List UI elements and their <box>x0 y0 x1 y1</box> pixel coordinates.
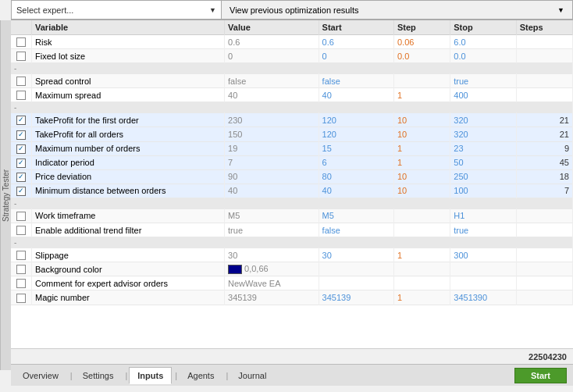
view-results-button[interactable]: View previous optimization results ▼ <box>222 0 573 20</box>
row-checkbox[interactable] <box>16 173 26 182</box>
variable-name: Price deviation <box>32 169 225 184</box>
checkbox-cell[interactable] <box>11 49 32 63</box>
variable-name: TakeProfit for the first order <box>32 113 225 127</box>
checkbox-cell[interactable] <box>11 184 32 198</box>
steps-cell: 45 <box>516 155 572 169</box>
value-cell: 7 <box>225 155 319 169</box>
row-checkbox[interactable] <box>16 279 26 288</box>
checkbox-cell[interactable] <box>11 113 32 127</box>
table-row: - <box>11 237 573 248</box>
start-cell: 345139 <box>319 290 393 305</box>
checkbox-cell[interactable] <box>11 262 32 276</box>
table-row: - <box>11 198 573 208</box>
row-checkbox[interactable] <box>16 77 26 86</box>
steps-cell: 7 <box>516 184 572 198</box>
row-checkbox[interactable] <box>16 294 26 303</box>
steps-cell: 21 <box>516 127 572 141</box>
value-cell: NewWave EA <box>225 276 319 290</box>
step-cell: 1 <box>393 155 450 169</box>
tab-separator: | <box>226 371 228 380</box>
value-cell: false <box>225 74 319 88</box>
checkbox-cell[interactable] <box>11 141 32 155</box>
stop-cell: true <box>450 223 516 237</box>
row-checkbox[interactable] <box>16 37 26 47</box>
checkbox-cell[interactable] <box>11 276 32 290</box>
steps-cell <box>516 88 572 102</box>
checkbox-cell[interactable] <box>11 248 32 262</box>
tab-inputs[interactable]: Inputs <box>129 367 172 384</box>
row-checkbox[interactable] <box>16 187 26 196</box>
steps-cell: 18 <box>516 169 572 184</box>
stop-cell: 250 <box>450 169 516 184</box>
variable-name: Comment for expert advisor orders <box>32 276 225 290</box>
tab-agents[interactable]: Agents <box>179 367 222 384</box>
step-cell: 10 <box>393 184 450 198</box>
tab-journal[interactable]: Journal <box>230 367 275 384</box>
row-checkbox[interactable] <box>16 52 26 61</box>
row-checkbox[interactable] <box>16 212 26 221</box>
total-row: 22504230 <box>11 348 573 364</box>
row-checkbox[interactable] <box>16 91 26 100</box>
tab-separator: | <box>125 371 127 380</box>
variable-name: Minimum distance between orders <box>32 184 225 198</box>
expert-select-label: Select expert... <box>16 5 73 15</box>
expert-select[interactable]: Select expert... ▼ <box>11 0 222 20</box>
value-cell: 230 <box>225 113 319 127</box>
step-cell: 0.06 <box>393 35 450 49</box>
variable-name: Risk <box>32 35 225 49</box>
separator-cell: - <box>11 237 573 248</box>
steps-cell <box>516 248 572 262</box>
value-cell: 90 <box>225 169 319 184</box>
checkbox-cell[interactable] <box>11 88 32 102</box>
header-checkbox <box>11 20 32 35</box>
table-row: Risk 0.6 0.6 0.06 6.0 <box>11 35 573 49</box>
value-cell: 0 <box>225 49 319 63</box>
checkbox-cell[interactable] <box>11 127 32 141</box>
variable-name: Maximum number of orders <box>32 141 225 155</box>
tab-overview[interactable]: Overview <box>14 367 67 384</box>
start-button[interactable]: Start <box>514 368 567 383</box>
variable-name: Slippage <box>32 248 225 262</box>
start-cell: 40 <box>319 88 393 102</box>
steps-cell <box>516 223 572 237</box>
row-checkbox[interactable] <box>16 251 26 260</box>
tab-bar: Overview|Settings|Inputs|Agents|Journal … <box>11 364 573 386</box>
checkbox-cell[interactable] <box>11 35 32 49</box>
value-cell: M5 <box>225 208 319 223</box>
step-cell: 1 <box>393 141 450 155</box>
start-cell: 6 <box>319 155 393 169</box>
row-checkbox[interactable] <box>16 144 26 154</box>
tab-settings[interactable]: Settings <box>74 367 123 384</box>
row-checkbox[interactable] <box>16 116 26 125</box>
variable-name: TakeProfit for all orders <box>32 127 225 141</box>
variable-name: Indicator period <box>32 155 225 169</box>
row-checkbox[interactable] <box>16 130 26 140</box>
steps-cell <box>516 35 572 49</box>
checkbox-cell[interactable] <box>11 155 32 169</box>
parameters-table-container: Variable Value Start Step Stop Steps Ris… <box>11 20 573 348</box>
steps-cell <box>516 208 572 223</box>
checkbox-cell[interactable] <box>11 223 32 237</box>
step-cell <box>393 262 450 276</box>
row-checkbox[interactable] <box>16 159 26 168</box>
stop-cell <box>450 276 516 290</box>
row-checkbox[interactable] <box>16 226 26 235</box>
step-cell <box>393 74 450 88</box>
table-row: Slippage 30 30 1 300 <box>11 248 573 262</box>
checkbox-cell[interactable] <box>11 208 32 223</box>
separator-cell: - <box>11 198 573 208</box>
step-cell: 0.0 <box>393 49 450 63</box>
steps-cell <box>516 49 572 63</box>
table-row: Minimum distance between orders 40 40 10… <box>11 184 573 198</box>
view-results-label: View previous optimization results <box>230 5 358 15</box>
checkbox-cell[interactable] <box>11 290 32 305</box>
row-checkbox[interactable] <box>16 265 26 274</box>
checkbox-cell[interactable] <box>11 169 32 184</box>
checkbox-cell[interactable] <box>11 74 32 88</box>
start-cell: false <box>319 223 393 237</box>
table-row: Spread control false false true <box>11 74 573 88</box>
start-cell: 0 <box>319 49 393 63</box>
start-cell <box>319 262 393 276</box>
step-cell: 1 <box>393 88 450 102</box>
separator-cell: - <box>11 102 573 113</box>
